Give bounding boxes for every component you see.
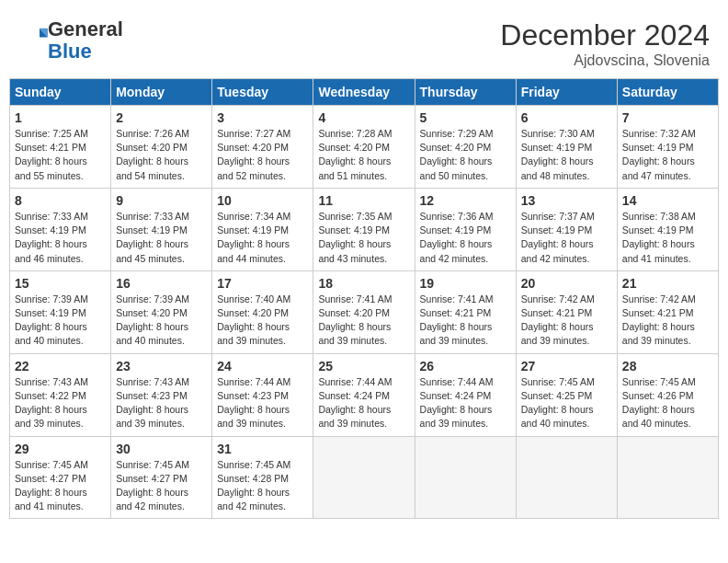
logo-blue: Blue [48,40,92,63]
day-cell [516,436,617,519]
day-number: 2 [116,110,207,125]
day-cell: 19Sunrise: 7:41 AMSunset: 4:21 PMDayligh… [415,270,516,353]
day-cell: 26Sunrise: 7:44 AMSunset: 4:24 PMDayligh… [415,353,516,436]
day-cell: 23Sunrise: 7:43 AMSunset: 4:23 PMDayligh… [111,353,212,436]
day-cell [415,436,516,519]
day-cell: 4Sunrise: 7:28 AMSunset: 4:20 PMDaylight… [313,106,415,189]
day-number: 16 [116,276,207,291]
week-row: 8Sunrise: 7:33 AMSunset: 4:19 PMDaylight… [10,188,719,270]
day-info: Sunrise: 7:25 AMSunset: 4:21 PMDaylight:… [15,127,106,183]
day-info: Sunrise: 7:29 AMSunset: 4:20 PMDaylight:… [420,127,511,183]
day-number: 28 [622,359,713,373]
week-row: 15Sunrise: 7:39 AMSunset: 4:19 PMDayligh… [10,270,719,353]
day-number: 23 [116,359,207,373]
day-info: Sunrise: 7:28 AMSunset: 4:20 PMDaylight:… [318,127,409,183]
logo-icon [20,25,48,52]
day-info: Sunrise: 7:27 AMSunset: 4:20 PMDaylight:… [217,127,308,183]
day-number: 25 [318,359,409,373]
day-number: 11 [318,193,409,208]
calendar-header-row: SundayMondayTuesdayWednesdayThursdayFrid… [10,79,719,106]
day-info: Sunrise: 7:45 AMSunset: 4:28 PMDaylight:… [217,458,308,514]
day-cell: 18Sunrise: 7:41 AMSunset: 4:20 PMDayligh… [313,270,415,353]
day-info: Sunrise: 7:39 AMSunset: 4:19 PMDaylight:… [15,293,106,349]
day-number: 15 [15,276,106,291]
day-number: 5 [420,110,511,125]
day-number: 7 [622,110,713,125]
day-info: Sunrise: 7:45 AMSunset: 4:27 PMDaylight:… [15,458,106,514]
day-info: Sunrise: 7:39 AMSunset: 4:20 PMDaylight:… [116,293,207,349]
header: General Blue December 2024 Ajdovscina, S… [9,9,719,74]
day-cell: 24Sunrise: 7:44 AMSunset: 4:23 PMDayligh… [212,353,313,436]
day-cell: 30Sunrise: 7:45 AMSunset: 4:27 PMDayligh… [111,436,212,519]
day-number: 29 [15,442,106,456]
day-cell: 2Sunrise: 7:26 AMSunset: 4:20 PMDaylight… [111,106,212,189]
logo-text: General Blue [48,18,123,63]
day-cell: 20Sunrise: 7:42 AMSunset: 4:21 PMDayligh… [516,270,617,353]
day-number: 1 [15,110,106,125]
day-cell: 12Sunrise: 7:36 AMSunset: 4:19 PMDayligh… [415,188,516,270]
day-cell: 14Sunrise: 7:38 AMSunset: 4:19 PMDayligh… [617,188,718,270]
day-cell: 16Sunrise: 7:39 AMSunset: 4:20 PMDayligh… [111,270,212,353]
day-number: 24 [217,359,308,373]
day-info: Sunrise: 7:41 AMSunset: 4:20 PMDaylight:… [318,293,409,349]
day-info: Sunrise: 7:26 AMSunset: 4:20 PMDaylight:… [116,127,207,183]
day-cell: 5Sunrise: 7:29 AMSunset: 4:20 PMDaylight… [415,106,516,189]
day-number: 3 [217,110,308,125]
title-block: December 2024 Ajdovscina, Slovenia [500,18,710,69]
day-of-week-header: Sunday [10,79,111,106]
day-info: Sunrise: 7:33 AMSunset: 4:19 PMDaylight:… [15,210,106,266]
day-cell [313,436,415,519]
day-number: 19 [420,276,511,291]
day-number: 18 [318,276,409,291]
week-row: 22Sunrise: 7:43 AMSunset: 4:22 PMDayligh… [10,353,719,436]
day-cell: 8Sunrise: 7:33 AMSunset: 4:19 PMDaylight… [10,188,111,270]
day-of-week-header: Monday [111,79,212,106]
day-number: 30 [116,442,207,456]
day-cell: 27Sunrise: 7:45 AMSunset: 4:25 PMDayligh… [516,353,617,436]
day-number: 13 [521,193,612,208]
day-info: Sunrise: 7:40 AMSunset: 4:20 PMDaylight:… [217,293,308,349]
day-info: Sunrise: 7:45 AMSunset: 4:26 PMDaylight:… [622,375,713,431]
day-number: 20 [521,276,612,291]
day-info: Sunrise: 7:43 AMSunset: 4:22 PMDaylight:… [15,375,106,431]
day-info: Sunrise: 7:45 AMSunset: 4:27 PMDaylight:… [116,458,207,514]
day-number: 8 [15,193,106,208]
day-number: 31 [217,442,308,456]
day-info: Sunrise: 7:44 AMSunset: 4:23 PMDaylight:… [217,375,308,431]
day-number: 14 [622,193,713,208]
day-number: 9 [116,193,207,208]
day-number: 10 [217,193,308,208]
day-of-week-header: Wednesday [313,79,415,106]
day-info: Sunrise: 7:30 AMSunset: 4:19 PMDaylight:… [521,127,612,183]
day-info: Sunrise: 7:36 AMSunset: 4:19 PMDaylight:… [420,210,511,266]
day-number: 17 [217,276,308,291]
logo: General Blue [18,18,123,63]
day-cell: 21Sunrise: 7:42 AMSunset: 4:21 PMDayligh… [617,270,718,353]
day-of-week-header: Tuesday [212,79,313,106]
day-cell [617,436,718,519]
day-info: Sunrise: 7:43 AMSunset: 4:23 PMDaylight:… [116,375,207,431]
day-cell: 3Sunrise: 7:27 AMSunset: 4:20 PMDaylight… [212,106,313,189]
week-row: 29Sunrise: 7:45 AMSunset: 4:27 PMDayligh… [10,436,719,519]
week-row: 1Sunrise: 7:25 AMSunset: 4:21 PMDaylight… [10,106,719,189]
day-of-week-header: Saturday [617,79,718,106]
day-cell: 17Sunrise: 7:40 AMSunset: 4:20 PMDayligh… [212,270,313,353]
day-number: 6 [521,110,612,125]
day-info: Sunrise: 7:44 AMSunset: 4:24 PMDaylight:… [420,375,511,431]
day-info: Sunrise: 7:32 AMSunset: 4:19 PMDaylight:… [622,127,713,183]
day-number: 26 [420,359,511,373]
day-info: Sunrise: 7:33 AMSunset: 4:19 PMDaylight:… [116,210,207,266]
day-cell: 31Sunrise: 7:45 AMSunset: 4:28 PMDayligh… [212,436,313,519]
day-number: 4 [318,110,409,125]
day-info: Sunrise: 7:45 AMSunset: 4:25 PMDaylight:… [521,375,612,431]
day-of-week-header: Thursday [415,79,516,106]
day-cell: 11Sunrise: 7:35 AMSunset: 4:19 PMDayligh… [313,188,415,270]
day-cell: 15Sunrise: 7:39 AMSunset: 4:19 PMDayligh… [10,270,111,353]
day-info: Sunrise: 7:41 AMSunset: 4:21 PMDaylight:… [420,293,511,349]
day-cell: 9Sunrise: 7:33 AMSunset: 4:19 PMDaylight… [111,188,212,270]
day-cell: 29Sunrise: 7:45 AMSunset: 4:27 PMDayligh… [10,436,111,519]
day-cell: 7Sunrise: 7:32 AMSunset: 4:19 PMDaylight… [617,106,718,189]
day-info: Sunrise: 7:42 AMSunset: 4:21 PMDaylight:… [521,293,612,349]
day-cell: 25Sunrise: 7:44 AMSunset: 4:24 PMDayligh… [313,353,415,436]
day-of-week-header: Friday [516,79,617,106]
